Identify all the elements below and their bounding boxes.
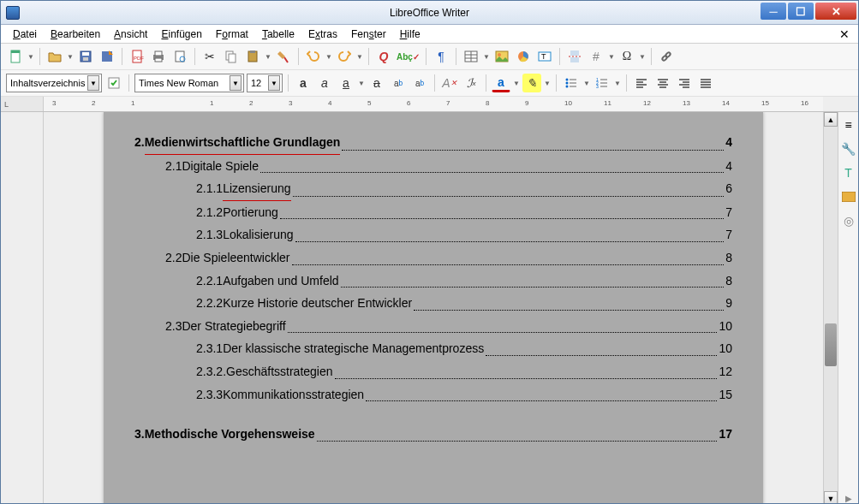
character-dialog-button[interactable]: ℐx xyxy=(462,74,480,92)
undo-dropdown[interactable]: ▼ xyxy=(325,53,332,61)
spellcheck-button[interactable]: Abç✓ xyxy=(396,47,421,66)
svg-point-34 xyxy=(566,82,569,85)
format-paintbrush-button[interactable] xyxy=(274,47,293,66)
nonprinting-button[interactable]: ¶ xyxy=(432,47,450,66)
bullet-list-dropdown[interactable]: ▼ xyxy=(583,80,590,87)
special-char-dropdown[interactable]: ▼ xyxy=(639,53,646,61)
chart-button[interactable] xyxy=(514,47,533,66)
highlight-dropdown[interactable]: ▼ xyxy=(544,80,551,87)
align-justify-button[interactable] xyxy=(696,74,715,92)
hyperlink-button[interactable] xyxy=(657,47,676,66)
font-name-combo[interactable]: Times New Roman ▼ xyxy=(134,74,244,92)
scroll-up-button[interactable]: ▲ xyxy=(824,112,838,127)
underline-dropdown[interactable]: ▼ xyxy=(358,80,365,87)
number-list-dropdown[interactable]: ▼ xyxy=(614,80,621,87)
open-dropdown[interactable]: ▼ xyxy=(67,53,74,61)
document-close-button[interactable]: ✕ xyxy=(836,27,853,41)
field-dropdown[interactable]: ▼ xyxy=(608,53,615,61)
scrollbar-track[interactable] xyxy=(824,127,838,491)
cut-button[interactable]: ✂ xyxy=(200,47,219,66)
number-list-button[interactable]: 123 xyxy=(593,74,611,92)
menu-fenster[interactable]: Fenster xyxy=(344,27,393,42)
document-viewport[interactable]: 2. Medienwirtschaftliche Grundlagen42.1 … xyxy=(44,112,823,504)
menu-einfuegen[interactable]: Einfügen xyxy=(154,27,208,42)
menu-format[interactable]: Format xyxy=(209,27,255,42)
toc-entry[interactable]: 2.3.3 Kommunikationsstrategien15 xyxy=(196,383,732,406)
svg-text:T: T xyxy=(541,52,546,61)
menu-hilfe[interactable]: Hilfe xyxy=(393,27,427,42)
dropdown-arrow-icon[interactable]: ▼ xyxy=(87,75,99,91)
table-dropdown[interactable]: ▼ xyxy=(483,53,490,61)
dropdown-arrow-icon[interactable]: ▼ xyxy=(230,75,242,91)
clear-formatting-button[interactable]: A✕ xyxy=(440,74,459,92)
svg-rect-10 xyxy=(155,58,162,62)
print-button[interactable] xyxy=(149,47,168,66)
open-button[interactable] xyxy=(45,47,64,66)
svg-rect-4 xyxy=(83,57,88,61)
bullet-list-button[interactable] xyxy=(562,74,581,92)
menu-tabelle[interactable]: Tabelle xyxy=(255,27,301,42)
menu-bar: Datei Bearbeiten Ansicht Einfügen Format… xyxy=(1,25,858,44)
menu-bearbeiten[interactable]: Bearbeiten xyxy=(44,27,107,42)
find-button[interactable]: Q xyxy=(374,47,393,66)
bold-button[interactable]: a xyxy=(294,74,313,92)
saveas-button[interactable] xyxy=(98,47,116,66)
toc-entry[interactable]: 3. Methodische Vorgehensweise17 xyxy=(134,423,732,446)
save-button[interactable] xyxy=(76,47,95,66)
field-button[interactable]: # xyxy=(587,47,605,66)
table-button[interactable] xyxy=(462,47,480,66)
undo-button[interactable] xyxy=(304,47,323,66)
svg-rect-3 xyxy=(82,52,89,56)
svg-rect-26 xyxy=(570,50,579,56)
document-page[interactable]: 2. Medienwirtschaftliche Grundlagen42.1 … xyxy=(104,112,763,504)
window-minimize-button[interactable]: ─ xyxy=(761,3,786,20)
export-pdf-button[interactable]: PDF xyxy=(128,47,146,66)
vertical-ruler[interactable] xyxy=(1,112,44,504)
vertical-scrollbar[interactable]: ▲ ▼ xyxy=(823,112,838,504)
italic-button[interactable]: a xyxy=(315,74,334,92)
special-char-button[interactable]: Ω xyxy=(617,47,636,66)
underline-button[interactable]: a xyxy=(337,74,355,92)
align-left-button[interactable] xyxy=(632,74,651,92)
page-break-button[interactable] xyxy=(565,47,584,66)
strikethrough-button[interactable]: a xyxy=(367,74,386,92)
paragraph-style-combo[interactable]: Inhaltsverzeichnis ▼ xyxy=(6,74,102,92)
menu-extras[interactable]: Extras xyxy=(301,27,344,42)
font-color-button[interactable]: a xyxy=(492,74,510,92)
copy-button[interactable] xyxy=(222,47,241,66)
paste-dropdown[interactable]: ▼ xyxy=(265,53,271,61)
sidebar-wrench-icon[interactable]: 🔧 xyxy=(841,141,856,157)
menu-ansicht[interactable]: Ansicht xyxy=(107,27,154,42)
new-dropdown[interactable]: ▼ xyxy=(27,53,34,61)
paste-button[interactable] xyxy=(243,47,262,66)
align-center-button[interactable] xyxy=(653,74,672,92)
horizontal-ruler[interactable]: 32112345678910111213141516 xyxy=(44,97,823,111)
image-button[interactable] xyxy=(492,47,511,66)
sidebar-properties-icon[interactable]: ≡ xyxy=(841,117,856,133)
window-close-button[interactable]: ✕ xyxy=(815,3,856,20)
dropdown-arrow-icon[interactable]: ▼ xyxy=(268,75,280,91)
ruler-corner: L xyxy=(1,97,44,111)
svg-rect-9 xyxy=(155,51,162,56)
subscript-button[interactable]: ab xyxy=(410,74,429,92)
menu-datei[interactable]: Datei xyxy=(6,27,44,42)
print-preview-button[interactable] xyxy=(170,47,189,66)
window-maximize-button[interactable]: ☐ xyxy=(788,3,814,20)
font-color-dropdown[interactable]: ▼ xyxy=(513,80,520,87)
sidebar-styles-icon[interactable]: T xyxy=(841,165,856,181)
superscript-button[interactable]: ab xyxy=(389,74,408,92)
scroll-down-button[interactable]: ▼ xyxy=(824,491,838,504)
font-size-combo[interactable]: 12 ▼ xyxy=(247,74,283,92)
sidebar-navigator-icon[interactable]: ◎ xyxy=(841,213,856,228)
sidebar-gallery-icon[interactable] xyxy=(841,189,856,205)
new-button[interactable] xyxy=(6,47,25,66)
redo-button[interactable] xyxy=(335,47,354,66)
update-style-button[interactable] xyxy=(104,74,123,92)
svg-rect-16 xyxy=(250,50,255,53)
redo-dropdown[interactable]: ▼ xyxy=(356,53,363,61)
scrollbar-thumb[interactable] xyxy=(825,323,837,366)
align-right-button[interactable] xyxy=(675,74,694,92)
sidebar-collapse-icon[interactable]: ▶ xyxy=(841,490,856,504)
highlight-button[interactable]: ✎ xyxy=(522,74,541,92)
textbox-button[interactable]: T xyxy=(535,47,554,66)
